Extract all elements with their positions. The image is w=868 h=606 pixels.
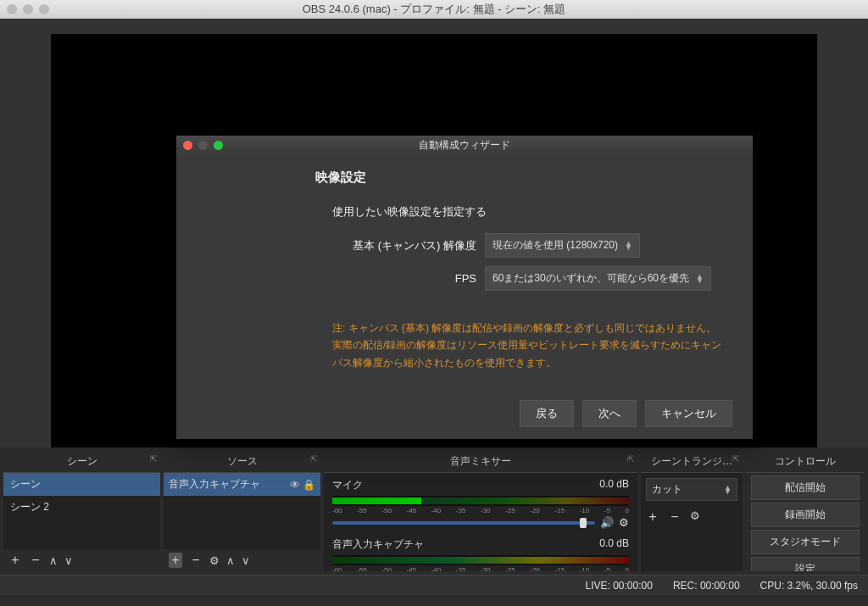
minimize-window-icon[interactable] (23, 4, 33, 14)
source-settings-icon[interactable]: ⚙ (209, 554, 220, 567)
mixer-header: 音声ミキサー⇱ (324, 451, 637, 473)
dialog-close-icon[interactable] (183, 141, 192, 150)
dialog-minimize-icon (198, 141, 208, 150)
controls-panel: コントロール 配信開始 録画開始 スタジオモード 設定 終了 (746, 451, 865, 571)
scene-up-button[interactable]: ∧ (49, 554, 58, 567)
mixer-channel-name: マイク (332, 478, 363, 492)
transition-settings-icon[interactable]: ⚙ (690, 509, 700, 525)
vu-meter (332, 555, 629, 565)
dialog-heading: 映像設定 (315, 170, 732, 186)
transitions-panel: シーントランジ…⇱ カット ▲▼ + − ⚙ (641, 451, 743, 571)
visibility-icon[interactable]: 👁 (288, 479, 302, 491)
speaker-icon[interactable]: 🔊 (600, 516, 614, 529)
add-source-button[interactable]: + (169, 553, 182, 568)
canvas-resolution-select[interactable]: 現在の値を使用 (1280x720) ▲▼ (485, 233, 640, 258)
auto-config-wizard-dialog: 自動構成ウィザード 映像設定 使用したい映像設定を指定する 基本 (キャンバス)… (176, 136, 753, 439)
dialog-subtitle: 使用したい映像設定を指定する (332, 204, 732, 220)
add-transition-button[interactable]: + (646, 509, 659, 525)
mixer-level: 0.0 dB (599, 537, 629, 552)
vu-meter (332, 496, 629, 506)
popout-icon[interactable]: ⇱ (732, 454, 739, 464)
studio-mode-button[interactable]: スタジオモード (751, 530, 860, 554)
mixer-level: 0.0 dB (599, 478, 629, 492)
remove-scene-button[interactable]: − (29, 553, 42, 568)
status-cpu: CPU: 3.2%, 30.00 fps (760, 580, 858, 592)
chevron-updown-icon: ▲▼ (696, 275, 704, 283)
canvas-resolution-label: 基本 (キャンバス) 解像度 (197, 238, 485, 253)
window-titlebar: OBS 24.0.6 (mac) - プロファイル: 無題 - シーン: 無題 (0, 0, 868, 19)
gear-icon[interactable]: ⚙ (619, 516, 629, 529)
scene-down-button[interactable]: ∨ (64, 554, 73, 567)
mixer-channel: 音声入力キャプチャ0.0 dB -60-55-50-45-40-35-30-25… (324, 532, 637, 571)
status-live: LIVE: 00:00:00 (585, 580, 652, 592)
next-button[interactable]: 次へ (582, 400, 637, 427)
chevron-updown-icon: ▲▼ (625, 242, 632, 250)
dialog-zoom-icon[interactable] (214, 141, 223, 150)
window-traffic-lights[interactable] (7, 4, 49, 14)
close-window-icon[interactable] (7, 4, 17, 14)
scenes-panel: シーン⇱ シーン シーン 2 + − ∧ ∨ (3, 451, 160, 571)
cancel-button[interactable]: キャンセル (645, 400, 732, 427)
volume-slider[interactable] (332, 521, 595, 525)
dialog-note: 注: キャンバス (基本) 解像度は配信や録画の解像度と必ずしも同じではありませ… (332, 320, 722, 371)
lock-icon[interactable]: 🔒 (302, 479, 315, 491)
mixer-channel-name: 音声入力キャプチャ (332, 537, 424, 552)
dialog-title: 自動構成ウィザード (419, 138, 510, 153)
sources-panel: ソース⇱ 音声入力キャプチャ 👁 🔒 + − ⚙ ∧ ∨ (164, 451, 320, 571)
scene-item[interactable]: シーン 2 (3, 496, 160, 519)
back-button[interactable]: 戻る (520, 400, 574, 427)
controls-header: コントロール (746, 451, 865, 473)
vu-scale: -60-55-50-45-40-35-30-25-20-15-10-50 (332, 507, 629, 514)
transition-select[interactable]: カット ▲▼ (646, 478, 737, 501)
fps-select[interactable]: 60または30のいずれか、可能なら60を優先 ▲▼ (485, 266, 711, 291)
add-scene-button[interactable]: + (8, 553, 22, 568)
audio-mixer-panel: 音声ミキサー⇱ マイク0.0 dB -60-55-50-45-40-35-30-… (324, 451, 637, 571)
start-streaming-button[interactable]: 配信開始 (751, 475, 860, 500)
source-down-button[interactable]: ∨ (242, 554, 250, 567)
settings-button[interactable]: 設定 (751, 557, 860, 571)
remove-source-button[interactable]: − (189, 553, 203, 568)
popout-icon[interactable]: ⇱ (627, 454, 634, 464)
sources-header: ソース⇱ (164, 451, 320, 473)
dialog-titlebar: 自動構成ウィザード (176, 136, 753, 154)
popout-icon[interactable]: ⇱ (150, 454, 157, 464)
zoom-window-icon[interactable] (39, 4, 49, 14)
source-item[interactable]: 音声入力キャプチャ 👁 🔒 (164, 473, 320, 496)
remove-transition-button[interactable]: − (668, 509, 682, 525)
chevron-updown-icon: ▲▼ (724, 486, 732, 494)
window-title: OBS 24.0.6 (mac) - プロファイル: 無題 - シーン: 無題 (303, 2, 566, 17)
transitions-header: シーントランジ…⇱ (641, 451, 743, 473)
status-bar: LIVE: 00:00:00 REC: 00:00:00 CPU: 3.2%, … (0, 575, 868, 595)
mixer-channel: マイク0.0 dB -60-55-50-45-40-35-30-25-20-15… (324, 473, 637, 532)
start-recording-button[interactable]: 録画開始 (751, 503, 860, 527)
fps-label: FPS (197, 272, 485, 285)
scene-item[interactable]: シーン (3, 473, 160, 496)
status-rec: REC: 00:00:00 (673, 580, 740, 592)
vu-scale: -60-55-50-45-40-35-30-25-20-15-10-50 (332, 566, 629, 571)
source-up-button[interactable]: ∧ (226, 554, 235, 567)
popout-icon[interactable]: ⇱ (310, 454, 317, 464)
scenes-header: シーン⇱ (3, 451, 160, 473)
